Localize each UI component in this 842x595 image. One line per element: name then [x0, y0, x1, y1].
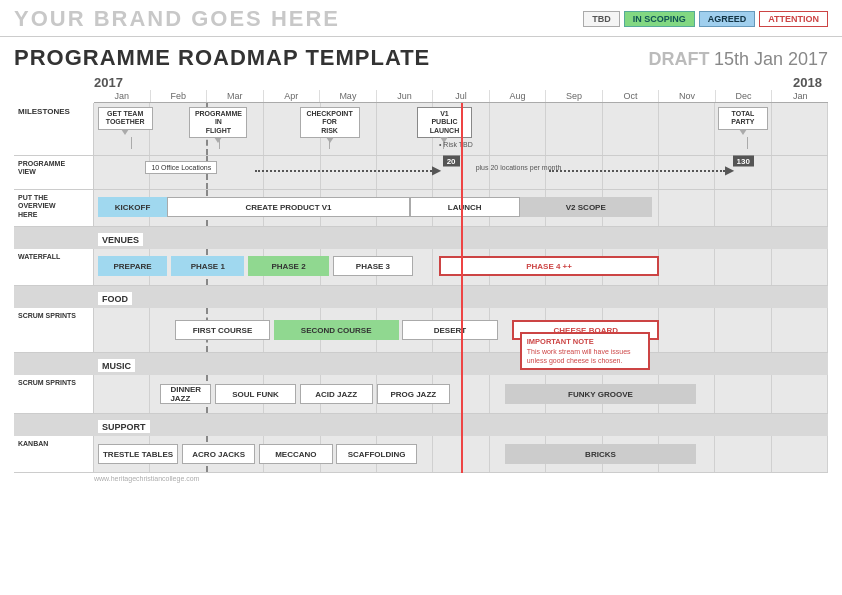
important-note-text: This work stream will have issues unless… [527, 347, 643, 365]
programme-view-label: PROGRAMMEVIEW [14, 156, 94, 189]
milestone-total-party: TOTAL PARTY [718, 107, 768, 130]
milestones-section: MILESTONES GET TEAMTOGETHER PROGRAMME IN… [14, 103, 828, 156]
legend-attention: ATTENTION [759, 11, 828, 27]
bar-launch: LAUNCH [410, 197, 520, 217]
support-section: KANBAN TRESTLE TABLES ACRO JACKS MECCANO… [14, 436, 828, 473]
legend-bar: TBD IN SCOPING AGREED ATTENTION [583, 11, 828, 27]
page-title: PROGRAMME ROADMAP TEMPLATE [14, 45, 430, 71]
bar-trestle-tables: TRESTLE TABLES [98, 444, 179, 464]
prog-arrow-icon: ▶ [432, 163, 441, 177]
prog-dot-line2 [549, 170, 725, 172]
bar-prog-jazz: PROG JAZZ [377, 384, 450, 404]
bar-v2-scope: V2 SCOPE [520, 197, 652, 217]
milestone-arrow-2 [219, 137, 220, 149]
year-2018-label: 2018 [793, 75, 822, 90]
prog-num-130: 130 [733, 156, 754, 167]
bar-prepare: PREPARE [98, 256, 168, 276]
bar-acro-jacks: ACRO JACKS [182, 444, 255, 464]
month-mar: Mar [207, 90, 264, 102]
music-content: DINNERJAZZ SOUL FUNK ACID JAZZ PROG JAZZ… [94, 375, 828, 413]
music-label: MUSIC [98, 359, 135, 372]
milestone-get-team: GET TEAMTOGETHER [98, 107, 153, 130]
food-label: FOOD [98, 292, 132, 305]
month-aug: Aug [490, 90, 547, 102]
month-sep: Sep [546, 90, 603, 102]
overview-label: PUT THEOVERVIEWHERE [14, 190, 94, 226]
month-dec: Dec [716, 90, 773, 102]
prog-dot-line [255, 170, 431, 172]
bar-soul-funk: SOUL FUNK [215, 384, 296, 404]
milestone-arrow-3 [329, 137, 330, 149]
music-section: SCRUM SPRINTS DINNERJAZZ SOUL FUNK ACID … [14, 375, 828, 414]
month-nov: Nov [659, 90, 716, 102]
venues-section-header: VENUES [14, 227, 828, 249]
month-jul: Jul [433, 90, 490, 102]
waterfall-label: WATERFALL [14, 249, 94, 285]
brand-logo: YOUR BRAND GOES HERE [14, 6, 340, 32]
milestones-content: GET TEAMTOGETHER PROGRAMME INFLIGHT CHEC… [94, 103, 828, 155]
legend-agreed: AGREED [699, 11, 756, 27]
month-jan1: Jan [94, 90, 151, 102]
prog-num-20: 20 [443, 156, 460, 167]
legend-scoping: IN SCOPING [624, 11, 695, 27]
draft-date: 15th Jan 2017 [714, 49, 828, 69]
month-jun: Jun [377, 90, 434, 102]
important-note-title: IMPORTANT NOTE [527, 337, 643, 347]
support-label: SUPPORT [98, 420, 150, 433]
bar-phase1: PHASE 1 [171, 256, 244, 276]
food-content: FIRST COURSE SECOND COURSE DESERT CHEESE… [94, 308, 828, 352]
food-section: SCRUM SPRINTS FIRST COURSE SECOND COURSE… [14, 308, 828, 353]
overview-section: PUT THEOVERVIEWHERE KICKOFF CREATE PRODU… [14, 190, 828, 227]
month-oct: Oct [603, 90, 660, 102]
milestone-v1-launch: V1PUBLIC LAUNCH [417, 107, 472, 138]
bar-phase3: PHASE 3 [333, 256, 414, 276]
bar-scaffolding: SCAFFOLDING [336, 444, 417, 464]
bar-bricks: BRICKS [505, 444, 696, 464]
footer-website: www.heritagechristiancollege.com [94, 475, 828, 482]
food-section-header: FOOD [14, 286, 828, 308]
month-apr: Apr [264, 90, 321, 102]
milestone-programme: PROGRAMME INFLIGHT [189, 107, 247, 138]
important-note: IMPORTANT NOTE This work stream will hav… [520, 332, 650, 370]
bar-funky-groove: FUNKY GROOVE [505, 384, 696, 404]
programme-view-content: 10 Office Locations ▶ 20 plus 20 locatio… [94, 156, 828, 189]
bar-meccano: MECCANO [259, 444, 332, 464]
bar-dinner-jazz: DINNERJAZZ [160, 384, 211, 404]
month-jan2: Jan [772, 90, 828, 102]
milestones-label: MILESTONES [14, 103, 94, 155]
programme-view-section: PROGRAMMEVIEW 10 Office Locations ▶ 20 p… [14, 156, 828, 190]
month-may: May [320, 90, 377, 102]
timeline-months: Jan Feb Mar Apr May Jun Jul Aug Sep Oct … [94, 90, 828, 103]
milestone-arrow-party [747, 137, 748, 149]
bar-first-course: FIRST COURSE [175, 320, 270, 340]
milestone-arrow-1 [131, 137, 132, 149]
kanban-label: KANBAN [14, 436, 94, 472]
support-content: TRESTLE TABLES ACRO JACKS MECCANO SCAFFO… [94, 436, 828, 472]
waterfall-section: WATERFALL PREPARE PHASE 1 PHASE 2 PHASE … [14, 249, 828, 286]
bar-desert: DESERT [402, 320, 497, 340]
music-section-header: MUSIC [14, 353, 828, 375]
bar-second-course: SECOND COURSE [274, 320, 399, 340]
bar-create-product: CREATE PRODUCT V1 [167, 197, 409, 217]
overview-content: KICKOFF CREATE PRODUCT V1 LAUNCH V2 SCOP… [94, 190, 828, 226]
scrum-sprints-label1: SCRUM SPRINTS [14, 308, 94, 352]
support-section-header: SUPPORT [14, 414, 828, 436]
draft-label: DRAFT [648, 49, 709, 69]
bar-kickoff: KICKOFF [98, 197, 168, 217]
legend-tbd: TBD [583, 11, 620, 27]
milestone-checkpoint: CHECKPOINT FORRISK [300, 107, 360, 138]
scrum-sprints-label2: SCRUM SPRINTS [14, 375, 94, 413]
year-2017-label: 2017 [94, 75, 123, 90]
venues-label: VENUES [98, 233, 143, 246]
bar-phase4: PHASE 4 ++ [439, 256, 659, 276]
office-locations-box: 10 Office Locations [145, 161, 217, 174]
draft-section: DRAFT 15th Jan 2017 [648, 49, 828, 70]
waterfall-content: PREPARE PHASE 1 PHASE 2 PHASE 3 PHASE 4 … [94, 249, 828, 285]
risk-text: • Risk TBD [439, 141, 473, 148]
month-feb: Feb [151, 90, 208, 102]
bar-acid-jazz: ACID JAZZ [300, 384, 373, 404]
bar-phase2: PHASE 2 [248, 256, 329, 276]
